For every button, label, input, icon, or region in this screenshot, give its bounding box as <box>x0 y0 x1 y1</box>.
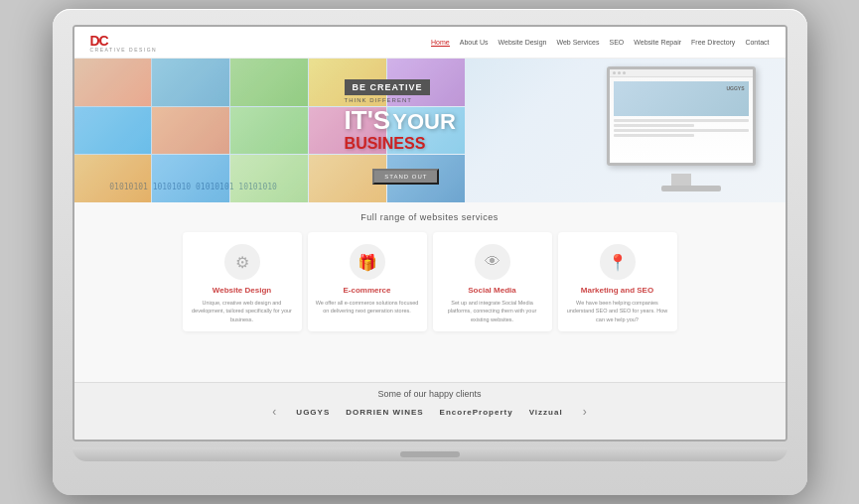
laptop-base <box>72 447 787 461</box>
client-logo-encore: EncoreProperty <box>440 408 513 417</box>
monitor-inner <box>610 69 753 163</box>
nav-about[interactable]: About Us <box>460 39 489 46</box>
hero-tile-6 <box>74 107 152 155</box>
clients-logos: ‹ UGGYS DORRIEN WINES EncoreProperty Viz… <box>74 405 786 419</box>
website-design-icon: ⚙ <box>224 244 260 280</box>
nav-seo[interactable]: SEO <box>610 39 625 46</box>
service-name-ecommerce: E-commerce <box>316 286 419 295</box>
site-logo: DC CREATIVE DESIGN <box>90 33 158 53</box>
nav-website-design[interactable]: Website Design <box>499 39 547 46</box>
nav-website-repair[interactable]: Website Repair <box>634 39 681 46</box>
hero-tile-12 <box>152 155 229 202</box>
monitor-content <box>610 77 753 163</box>
monitor-line-4 <box>614 134 695 137</box>
marketing-seo-icon: 📍 <box>600 244 636 280</box>
nav-contact[interactable]: Contact <box>745 39 769 46</box>
service-card-social-media: 👁 Social Media Set up and integrate Soci… <box>433 232 552 331</box>
hero-monitor <box>587 66 766 195</box>
service-card-website-design: ⚙ Website Design Unique, creative web de… <box>183 232 302 331</box>
nav-home[interactable]: Home <box>431 39 450 47</box>
hero-tile-11 <box>74 155 152 202</box>
client-logo-dorrien: DORRIEN WINES <box>346 408 423 417</box>
hero-tile-2 <box>152 59 229 106</box>
hero-tile-3 <box>230 59 308 106</box>
service-name-website-design: Website Design <box>191 286 294 295</box>
site-nav: Home About Us Website Design Web Service… <box>431 39 769 47</box>
be-creative-badge: BE CREATIVE <box>345 79 431 95</box>
service-card-marketing-seo: 📍 Marketing and SEO We have been helping… <box>558 232 677 331</box>
services-title: Full range of websites services <box>74 212 786 222</box>
hero-tile-13 <box>230 155 308 202</box>
nav-web-services[interactable]: Web Services <box>556 39 599 46</box>
website-content: DC CREATIVE DESIGN Home About Us Website… <box>74 27 786 440</box>
monitor-dot-2 <box>618 71 621 74</box>
site-header: DC CREATIVE DESIGN Home About Us Website… <box>74 27 786 59</box>
clients-next-button[interactable]: › <box>579 405 591 419</box>
service-desc-social-media: Set up and integrate Social Media platfo… <box>441 299 544 323</box>
monitor-line-2 <box>614 124 695 127</box>
service-card-ecommerce: 🎁 E-commerce We offer all e-commerce sol… <box>308 232 427 331</box>
hero-business-text: BUSINESS <box>345 135 456 153</box>
monitor-text-lines <box>614 119 749 137</box>
clients-section: Some of our happy clients ‹ UGGYS DORRIE… <box>74 382 786 440</box>
services-grid: ⚙ Website Design Unique, creative web de… <box>74 232 786 331</box>
service-desc-ecommerce: We offer all e-commerce solutions focuse… <box>316 299 419 315</box>
monitor-screen <box>607 66 756 166</box>
nav-free-directory[interactable]: Free Directory <box>691 39 735 46</box>
ecommerce-icon: 🎁 <box>350 244 385 280</box>
hero-your-text: YOUR <box>392 109 456 135</box>
clients-prev-button[interactable]: ‹ <box>268 405 280 419</box>
monitor-line-1 <box>614 119 749 122</box>
monitor-dot-3 <box>623 71 626 74</box>
monitor-stand <box>671 174 691 186</box>
monitor-dot-1 <box>613 71 616 74</box>
clients-title: Some of our happy clients <box>74 389 786 399</box>
monitor-nav-bar <box>610 69 753 77</box>
client-logo-vizzual: Vizzual <box>529 408 563 417</box>
laptop-shell: DC CREATIVE DESIGN Home About Us Website… <box>53 9 807 495</box>
monitor-base <box>661 186 721 191</box>
hero-banner: 01010101 10101010 01010101 10101010 BE C… <box>74 59 786 202</box>
monitor-hero-image <box>614 81 749 116</box>
logo-subtitle: CREATIVE DESIGN <box>90 47 158 53</box>
services-section: Full range of websites services ⚙ Websit… <box>74 202 786 382</box>
social-media-icon: 👁 <box>475 244 510 280</box>
service-desc-marketing-seo: We have been helping companies understan… <box>566 299 669 323</box>
hero-text-block: BE CREATIVE THINK DIFFERENT IT'S YOUR BU… <box>345 76 456 153</box>
hero-tile-7 <box>152 107 229 155</box>
service-name-marketing-seo: Marketing and SEO <box>566 286 669 295</box>
hero-its-text: IT'S <box>345 107 391 133</box>
client-logo-uggys: UGGYS <box>296 408 330 417</box>
monitor-line-3 <box>614 129 749 132</box>
service-name-social-media: Social Media <box>441 286 544 295</box>
stand-out-button[interactable]: STAND OUT <box>372 169 439 185</box>
hero-binary-text: 01010101 10101010 01010101 10101010 <box>109 182 277 192</box>
hero-tile-1 <box>74 59 152 106</box>
service-desc-website-design: Unique, creative web design and developm… <box>191 299 294 323</box>
laptop-screen: DC CREATIVE DESIGN Home About Us Website… <box>72 25 787 441</box>
hero-tile-8 <box>230 107 308 155</box>
